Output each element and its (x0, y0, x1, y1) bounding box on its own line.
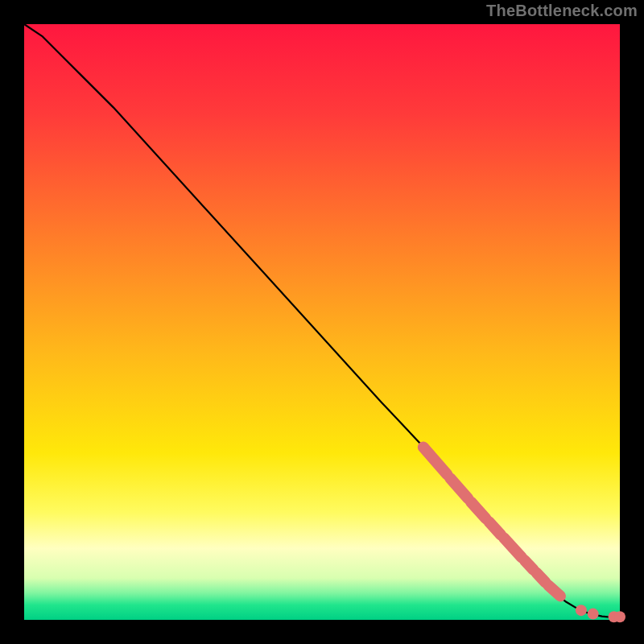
chart-stage: { "attribution": "TheBottleneck.com", "p… (0, 0, 644, 644)
plot-background (24, 24, 620, 620)
attribution-label: TheBottleneck.com (486, 2, 638, 20)
highlight-segment (548, 585, 560, 596)
tail-dot (614, 611, 625, 622)
tail-dot (588, 609, 599, 620)
chart-svg (0, 0, 644, 644)
highlight-segment (536, 573, 545, 583)
highlight-segment (525, 560, 534, 570)
tail-dot (576, 605, 587, 616)
